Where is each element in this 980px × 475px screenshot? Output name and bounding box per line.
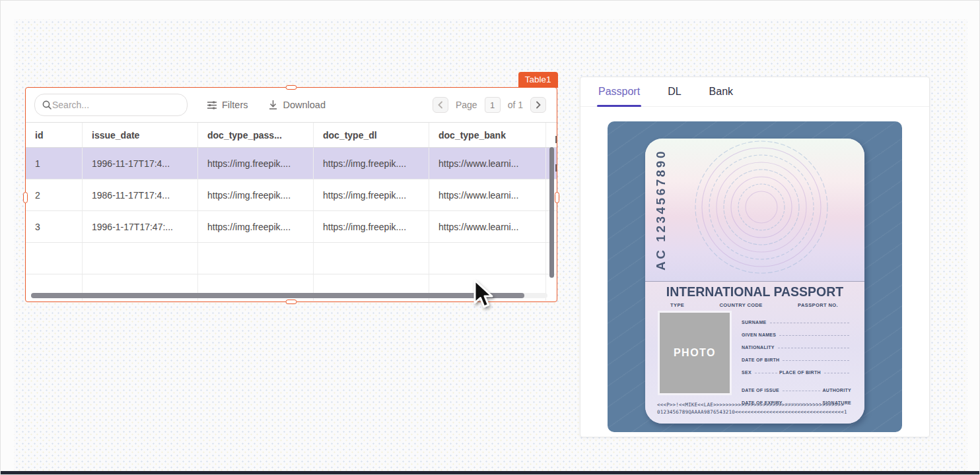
cell-id[interactable]: 3: [26, 211, 83, 242]
mouse-cursor: [471, 279, 501, 312]
page-label: Page: [456, 100, 477, 110]
app-canvas-frame: Table1 Filters Download Page: [0, 0, 980, 475]
photo-label: PHOTO: [674, 347, 716, 359]
chevron-right-icon: [535, 101, 542, 109]
country-code-label: COUNTRY CODE: [720, 302, 763, 308]
passport-title: INTERNATIONAL PASSPORT: [650, 284, 858, 300]
column-header-clipped: [546, 123, 557, 147]
filters-icon: [207, 100, 217, 110]
table-toolbar: Filters Download Page of 1: [26, 88, 557, 122]
cell-id[interactable]: 2: [26, 179, 83, 210]
place-of-birth-label: PLACE OF BIRTH: [779, 370, 821, 375]
filters-label: Filters: [222, 100, 248, 110]
cell-doc-type-dl[interactable]: https://img.freepik....: [314, 211, 429, 242]
date-of-birth-label: DATE OF BIRTH: [742, 358, 779, 362]
cell-doc-type-bank[interactable]: https://www.learni...: [429, 148, 546, 179]
chevron-left-icon: [437, 101, 444, 109]
search-icon: [42, 100, 52, 110]
passport-image: AC 1234567890 INTERNATIONAL PASSPORT TYP…: [608, 121, 902, 432]
cell-id[interactable]: 1: [26, 148, 83, 179]
cell-doc-type-dl[interactable]: https://img.freepik....: [314, 179, 429, 210]
type-label: TYPE: [670, 302, 684, 308]
date-of-issue-label: DATE OF ISSUE: [742, 388, 779, 393]
passport-top-section: AC 1234567890: [645, 139, 864, 281]
filters-button[interactable]: Filters: [207, 100, 248, 110]
passport-header-fields: TYPE COUNTRY CODE PASSPORT NO.: [670, 302, 838, 308]
bottom-edge-bar: [1, 471, 979, 474]
passport-serial-number: AC 1234567890: [654, 149, 668, 270]
cell-issue-date[interactable]: 1996-1-17T17:47:...: [83, 211, 198, 242]
download-button[interactable]: Download: [268, 100, 326, 110]
table-search-box[interactable]: [34, 94, 188, 116]
resize-handle-left[interactable]: [23, 192, 28, 203]
passport-page: AC 1234567890 INTERNATIONAL PASSPORT TYP…: [645, 139, 864, 424]
given-names-label: GIVEN NAMES: [742, 332, 776, 337]
page-number-input[interactable]: [485, 97, 501, 113]
resize-handle-right[interactable]: [555, 192, 559, 203]
horizontal-scrollbar-thumb[interactable]: [31, 293, 524, 298]
table-row[interactable]: 1 1996-11-17T17:4... https://img.freepik…: [26, 148, 557, 179]
column-header-id[interactable]: id: [26, 123, 83, 147]
cell-doc-type-bank[interactable]: https://www.learni...: [429, 179, 546, 210]
table-row[interactable]: 3 1996-1-17T17:47:... https://img.freepi…: [26, 211, 557, 243]
guilloche-rosette: [662, 139, 864, 280]
column-header-doc-type-pass[interactable]: doc_type_pass...: [198, 123, 314, 147]
download-icon: [268, 100, 278, 110]
tab-passport[interactable]: Passport: [598, 77, 640, 106]
prev-page-button[interactable]: [433, 97, 448, 113]
passport-fields: SURNAME GIVEN NAMES NATIONALITY DATE OF …: [742, 312, 851, 405]
cell-doc-type-bank[interactable]: https://www.learni...: [429, 211, 546, 242]
cell-doc-type-pass[interactable]: https://img.freepik....: [198, 211, 314, 242]
tab-bank[interactable]: Bank: [709, 77, 733, 106]
vertical-scrollbar[interactable]: [549, 147, 554, 278]
table-row[interactable]: 2 1986-11-17T17:4... https://img.freepik…: [26, 179, 557, 211]
cell-issue-date[interactable]: 1996-11-17T17:4...: [83, 148, 198, 179]
passport-no-label: PASSPORT NO.: [798, 302, 838, 308]
table-grid: id issue_date doc_type_pass... doc_type_…: [26, 122, 557, 301]
table-empty-row: [26, 243, 557, 274]
passport-mrz: <<<P>>!<<MIKE<<LAE>>>>>>>>>>>>>>>>>>>>>>…: [657, 401, 857, 416]
tabs-bar: Passport DL Bank: [580, 77, 929, 107]
resize-handle-top[interactable]: [286, 85, 297, 90]
horizontal-scrollbar-track[interactable]: [31, 293, 547, 298]
table-pagination: Page of 1: [433, 97, 546, 113]
cell-issue-date[interactable]: 1986-11-17T17:4...: [83, 179, 198, 210]
tab-dl[interactable]: DL: [668, 77, 681, 106]
cell-doc-type-pass[interactable]: https://img.freepik....: [198, 148, 314, 179]
nationality-label: NATIONALITY: [742, 345, 775, 350]
page-total-label: of 1: [508, 100, 523, 110]
photo-placeholder: PHOTO: [658, 311, 732, 395]
table-widget[interactable]: Table1 Filters Download Page: [25, 87, 557, 302]
authority-label: AUTHORITY: [822, 388, 851, 393]
cell-doc-type-dl[interactable]: https://img.freepik....: [314, 148, 429, 179]
cell-doc-type-pass[interactable]: https://img.freepik....: [198, 179, 314, 210]
search-input[interactable]: [52, 100, 171, 110]
resize-handle-bottom[interactable]: [286, 300, 297, 304]
sex-label: SEX: [742, 370, 752, 375]
table-header-row: id issue_date doc_type_pass... doc_type_…: [26, 123, 557, 148]
column-header-issue-date[interactable]: issue_date: [83, 123, 198, 147]
next-page-button[interactable]: [530, 97, 546, 113]
download-label: Download: [283, 100, 326, 110]
column-header-doc-type-bank[interactable]: doc_type_bank: [429, 123, 546, 147]
column-header-doc-type-dl[interactable]: doc_type_dl: [314, 123, 429, 147]
tabs-widget: Passport DL Bank: [580, 77, 930, 437]
widget-name-badge[interactable]: Table1: [518, 72, 558, 88]
mrz-line-2: 0123456789QAAAA9876543210<<<<<<<<<<<<<<<…: [657, 408, 857, 416]
surname-label: SURNAME: [742, 320, 767, 325]
mrz-line-1: <<<P>>!<<MIKE<<LAE>>>>>>>>>>>>>>>>>>>>>>…: [657, 401, 857, 408]
